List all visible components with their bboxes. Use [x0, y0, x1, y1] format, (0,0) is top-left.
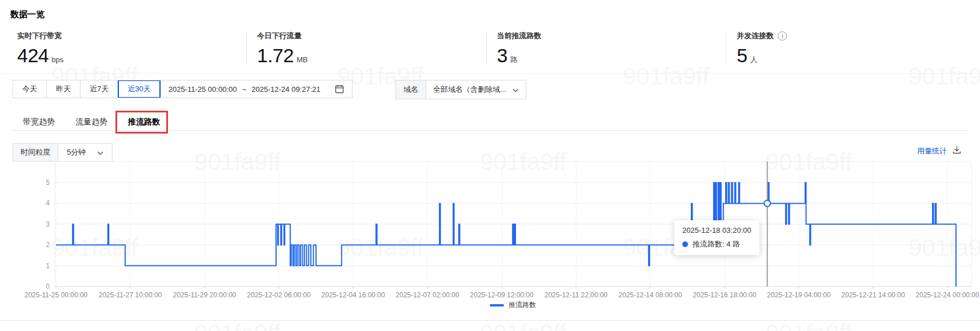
stat-value: 1.72: [257, 46, 294, 65]
page-title: 数据一览: [10, 9, 45, 20]
legend-item-stream-count[interactable]: 推流路数: [490, 300, 536, 310]
svg-text:2025-12-19 04:00:00: 2025-12-19 04:00:00: [767, 291, 831, 299]
info-icon[interactable]: i: [778, 31, 787, 41]
watermark-text: 901fa9ff: [194, 320, 281, 331]
legend-label: 推流路数: [509, 300, 536, 310]
svg-text:2025-12-21 14:00:00: 2025-12-21 14:00:00: [841, 291, 905, 299]
watermark-text: 901fa9ff: [909, 63, 980, 90]
stat-value: 424: [17, 46, 49, 65]
chart-canvas[interactable]: 0123452025-11-25 00:00:002025-11-27 10:0…: [0, 154, 980, 320]
domain-select: 域名 全部域名（含删除域...: [395, 80, 526, 99]
watermark-text: 901fa9ff: [480, 0, 566, 5]
watermark-text: 901fa9ff: [623, 63, 709, 90]
svg-text:2025-11-25 00:00:00: 2025-11-25 00:00:00: [25, 291, 88, 299]
svg-text:2: 2: [46, 241, 50, 249]
stat-label: 实时下行带宽: [17, 31, 62, 41]
stat-current-stream-count: 当前推流路数 3 路: [486, 31, 726, 65]
stat-value: 3: [497, 46, 507, 65]
date-filter-bar: 今天 昨天 近7天 近30天 2025-11-25 00:00:00 ~ 202…: [13, 80, 353, 98]
date-end: 2025-12-24 09:27:21: [251, 85, 321, 94]
stat-unit: 人: [750, 55, 758, 65]
svg-text:2025-12-07 02:00:00: 2025-12-07 02:00:00: [395, 291, 459, 299]
stat-today-downstream-traffic: 今日下行流量 1.72 MB: [246, 31, 486, 65]
domain-select-label: 域名: [396, 80, 426, 99]
stat-realtime-downstream-bandwidth: 实时下行带宽 424 bps: [17, 31, 246, 65]
calendar-icon[interactable]: [335, 84, 344, 94]
watermark-text: 901fa9ff: [194, 0, 281, 5]
series-dot-icon: [682, 241, 688, 247]
chart-tooltip: 2025-12-18 03:20:00 推流路数: 4 路: [674, 220, 759, 255]
stat-unit: bps: [51, 55, 63, 64]
svg-text:1: 1: [46, 262, 50, 270]
quick-range-yesterday-button[interactable]: 昨天: [46, 80, 80, 98]
date-start: 2025-11-25 00:00:00: [169, 85, 237, 94]
stat-unit: MB: [297, 55, 308, 64]
tab-traffic-trend[interactable]: 流量趋势: [75, 117, 107, 127]
quick-range-today-button[interactable]: 今天: [13, 80, 46, 98]
quick-range-7days-button[interactable]: 近7天: [80, 80, 118, 98]
svg-text:2025-12-04 16:00:00: 2025-12-04 16:00:00: [321, 291, 385, 299]
stats-row: 实时下行带宽 424 bps 今日下行流量 1.72 MB 当前推流路数 3 路…: [17, 31, 966, 65]
hover-point-marker: [764, 200, 770, 207]
svg-text:2025-12-14 08:00:00: 2025-12-14 08:00:00: [618, 291, 682, 299]
svg-text:5: 5: [46, 179, 50, 187]
section-divider: [0, 73, 980, 74]
date-range-segmented-control: 今天 昨天 近7天 近30天 2025-11-25 00:00:00 ~ 202…: [13, 80, 353, 98]
svg-text:2025-12-02 06:00:00: 2025-12-02 06:00:00: [247, 291, 311, 299]
date-range-picker[interactable]: 2025-11-25 00:00:00 ~ 2025-12-24 09:27:2…: [160, 80, 352, 98]
svg-text:2025-12-09 12:00:00: 2025-12-09 12:00:00: [470, 291, 534, 299]
svg-text:0: 0: [46, 282, 50, 290]
stat-label: 当前推流路数: [497, 31, 542, 41]
stat-concurrent-connections: 并发连接数 i 5 人: [726, 31, 966, 65]
watermark-text: 901fa9ff: [480, 320, 566, 331]
tooltip-value: 推流路数: 4 路: [693, 239, 740, 249]
tab-stream-count[interactable]: 推流路数: [128, 117, 160, 127]
svg-text:2025-12-16 18:00:00: 2025-12-16 18:00:00: [693, 291, 757, 299]
data-overview-page: 901fa9ff901fa9ff901fa9ff901fa9ff901fa9ff…: [0, 0, 980, 331]
stream-count-chart[interactable]: 0123452025-11-25 00:00:002025-11-27 10:0…: [0, 154, 980, 320]
chart-legend: 推流路数: [0, 300, 980, 310]
tabs-divider: [11, 130, 970, 131]
stat-label: 今日下行流量: [257, 31, 302, 41]
legend-line-icon: [490, 304, 504, 306]
page-bottom-divider: [0, 320, 980, 321]
quick-range-30days-button[interactable]: 近30天: [118, 80, 159, 98]
stat-label: 并发连接数: [737, 31, 774, 41]
chart-series-line[interactable]: [56, 183, 956, 286]
domain-select-value[interactable]: 全部域名（含删除域...: [426, 80, 526, 99]
watermark-text: 901fa9ff: [766, 320, 852, 331]
date-separator: ~: [242, 85, 246, 94]
chevron-down-icon: [513, 86, 519, 94]
svg-text:2025-11-29 20:00:00: 2025-11-29 20:00:00: [173, 291, 237, 299]
svg-text:4: 4: [46, 199, 50, 207]
tooltip-time: 2025-12-18 03:20:00: [682, 226, 751, 235]
stat-value: 5: [737, 46, 747, 65]
svg-text:2025-12-11 22:00:00: 2025-12-11 22:00:00: [545, 291, 608, 299]
domain-selected-option: 全部域名（含删除域...: [433, 84, 506, 95]
watermark-text: 901fa9ff: [766, 0, 852, 5]
svg-text:2025-11-27 10:00:00: 2025-11-27 10:00:00: [99, 291, 162, 299]
svg-text:2025-12-24 00:00:00: 2025-12-24 00:00:00: [915, 291, 979, 299]
svg-text:3: 3: [46, 220, 50, 228]
tab-bandwidth-trend[interactable]: 带宽趋势: [23, 117, 55, 127]
stat-unit: 路: [510, 55, 518, 65]
trend-tabs: 带宽趋势 流量趋势 推流路数: [23, 117, 160, 127]
